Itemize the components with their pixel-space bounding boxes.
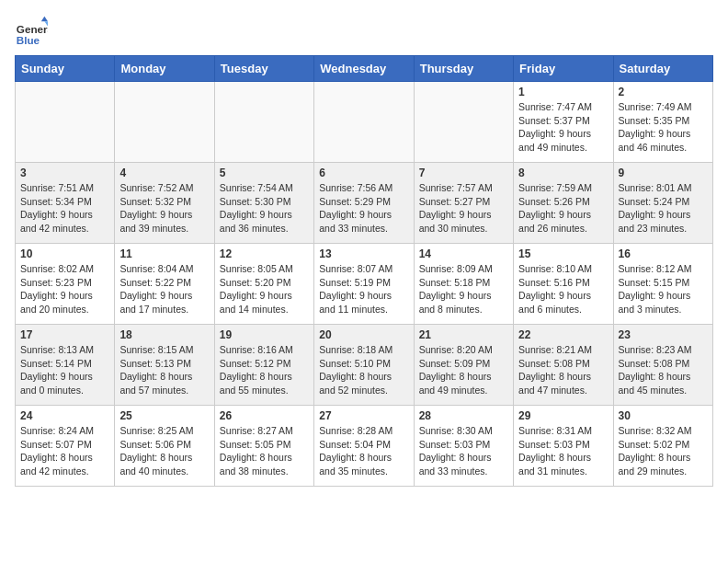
calendar-day-13: 13Sunrise: 8:07 AMSunset: 5:19 PMDayligh… — [314, 244, 414, 325]
day-number: 27 — [319, 409, 408, 422]
day-number: 21 — [419, 328, 508, 341]
day-number: 10 — [20, 247, 109, 260]
day-info: Sunrise: 8:15 AMSunset: 5:13 PMDaylight:… — [119, 343, 209, 397]
day-info: Sunrise: 7:57 AMSunset: 5:27 PMDaylight:… — [419, 181, 508, 236]
day-number: 29 — [518, 409, 608, 422]
day-number: 28 — [419, 409, 508, 422]
day-info: Sunrise: 8:09 AMSunset: 5:18 PMDaylight:… — [419, 262, 508, 316]
calendar-day-6: 6Sunrise: 7:56 AMSunset: 5:29 PMDaylight… — [314, 163, 414, 244]
weekday-header-monday: Monday — [115, 56, 214, 82]
day-info: Sunrise: 8:10 AMSunset: 5:16 PMDaylight:… — [518, 262, 608, 316]
calendar-day-18: 18Sunrise: 8:15 AMSunset: 5:13 PMDayligh… — [115, 325, 214, 406]
calendar-week-row: 3Sunrise: 7:51 AMSunset: 5:34 PMDaylight… — [16, 163, 713, 244]
calendar-day-22: 22Sunrise: 8:21 AMSunset: 5:08 PMDayligh… — [514, 325, 613, 406]
day-number: 18 — [119, 328, 209, 341]
weekday-header-thursday: Thursday — [414, 56, 513, 82]
day-info: Sunrise: 8:32 AMSunset: 5:02 PMDaylight:… — [619, 424, 708, 478]
day-number: 16 — [619, 247, 708, 260]
calendar-empty-cell — [314, 82, 414, 163]
day-info: Sunrise: 8:18 AMSunset: 5:10 PMDaylight:… — [319, 343, 408, 397]
day-number: 9 — [619, 167, 708, 179]
weekday-header-wednesday: Wednesday — [314, 56, 414, 82]
day-info: Sunrise: 8:27 AMSunset: 5:05 PMDaylight:… — [220, 424, 309, 478]
day-info: Sunrise: 8:31 AMSunset: 5:03 PMDaylight:… — [518, 424, 608, 478]
calendar-day-8: 8Sunrise: 7:59 AMSunset: 5:26 PMDaylight… — [514, 163, 613, 244]
calendar-day-21: 21Sunrise: 8:20 AMSunset: 5:09 PMDayligh… — [414, 325, 513, 406]
calendar-day-17: 17Sunrise: 8:13 AMSunset: 5:14 PMDayligh… — [16, 325, 115, 406]
weekday-header-tuesday: Tuesday — [214, 56, 313, 82]
calendar-empty-cell — [16, 82, 115, 163]
day-number: 25 — [119, 409, 209, 422]
svg-marker-2 — [41, 17, 48, 21]
calendar-day-5: 5Sunrise: 7:54 AMSunset: 5:30 PMDaylight… — [214, 163, 313, 244]
day-info: Sunrise: 8:21 AMSunset: 5:08 PMDaylight:… — [518, 343, 608, 397]
day-number: 1 — [518, 86, 608, 98]
calendar-day-15: 15Sunrise: 8:10 AMSunset: 5:16 PMDayligh… — [514, 244, 613, 325]
calendar-table: SundayMondayTuesdayWednesdayThursdayFrid… — [15, 55, 713, 487]
day-number: 24 — [20, 409, 109, 422]
day-info: Sunrise: 7:47 AMSunset: 5:37 PMDaylight:… — [518, 100, 608, 155]
day-number: 12 — [220, 247, 309, 260]
calendar-day-3: 3Sunrise: 7:51 AMSunset: 5:34 PMDaylight… — [16, 163, 115, 244]
calendar-day-10: 10Sunrise: 8:02 AMSunset: 5:23 PMDayligh… — [16, 244, 115, 325]
page-header: General Blue — [15, 15, 713, 48]
day-number: 2 — [619, 86, 708, 98]
calendar-day-20: 20Sunrise: 8:18 AMSunset: 5:10 PMDayligh… — [314, 325, 414, 406]
day-info: Sunrise: 8:28 AMSunset: 5:04 PMDaylight:… — [319, 424, 408, 478]
calendar-day-2: 2Sunrise: 7:49 AMSunset: 5:35 PMDaylight… — [613, 82, 712, 163]
day-info: Sunrise: 8:25 AMSunset: 5:06 PMDaylight:… — [119, 424, 209, 478]
day-info: Sunrise: 8:16 AMSunset: 5:12 PMDaylight:… — [220, 343, 309, 397]
calendar-day-19: 19Sunrise: 8:16 AMSunset: 5:12 PMDayligh… — [214, 325, 313, 406]
calendar-week-row: 24Sunrise: 8:24 AMSunset: 5:07 PMDayligh… — [16, 406, 713, 487]
day-info: Sunrise: 8:12 AMSunset: 5:15 PMDaylight:… — [619, 262, 708, 316]
day-number: 4 — [119, 167, 209, 179]
day-info: Sunrise: 8:04 AMSunset: 5:22 PMDaylight:… — [119, 262, 209, 316]
day-info: Sunrise: 8:01 AMSunset: 5:24 PMDaylight:… — [619, 181, 708, 236]
calendar-day-26: 26Sunrise: 8:27 AMSunset: 5:05 PMDayligh… — [214, 406, 313, 487]
calendar-empty-cell — [115, 82, 214, 163]
calendar-week-row: 1Sunrise: 7:47 AMSunset: 5:37 PMDaylight… — [16, 82, 713, 163]
calendar-day-7: 7Sunrise: 7:57 AMSunset: 5:27 PMDaylight… — [414, 163, 513, 244]
day-info: Sunrise: 8:13 AMSunset: 5:14 PMDaylight:… — [20, 343, 109, 397]
day-number: 20 — [319, 328, 408, 341]
calendar-day-1: 1Sunrise: 7:47 AMSunset: 5:37 PMDaylight… — [514, 82, 613, 163]
day-info: Sunrise: 8:30 AMSunset: 5:03 PMDaylight:… — [419, 424, 508, 478]
calendar-day-4: 4Sunrise: 7:52 AMSunset: 5:32 PMDaylight… — [115, 163, 214, 244]
day-number: 30 — [619, 409, 708, 422]
day-number: 3 — [20, 167, 109, 179]
day-info: Sunrise: 8:24 AMSunset: 5:07 PMDaylight:… — [20, 424, 109, 478]
day-info: Sunrise: 7:56 AMSunset: 5:29 PMDaylight:… — [319, 181, 408, 236]
calendar-day-14: 14Sunrise: 8:09 AMSunset: 5:18 PMDayligh… — [414, 244, 513, 325]
calendar-empty-cell — [414, 82, 513, 163]
calendar-day-30: 30Sunrise: 8:32 AMSunset: 5:02 PMDayligh… — [613, 406, 712, 487]
logo: General Blue — [15, 15, 48, 48]
calendar-day-24: 24Sunrise: 8:24 AMSunset: 5:07 PMDayligh… — [16, 406, 115, 487]
weekday-header-saturday: Saturday — [613, 56, 712, 82]
calendar-day-16: 16Sunrise: 8:12 AMSunset: 5:15 PMDayligh… — [613, 244, 712, 325]
day-number: 7 — [419, 167, 508, 179]
calendar-day-25: 25Sunrise: 8:25 AMSunset: 5:06 PMDayligh… — [115, 406, 214, 487]
logo-icon: General Blue — [15, 15, 48, 48]
day-number: 15 — [518, 247, 608, 260]
day-number: 26 — [220, 409, 309, 422]
day-number: 14 — [419, 247, 508, 260]
weekday-header-sunday: Sunday — [16, 56, 115, 82]
day-info: Sunrise: 7:52 AMSunset: 5:32 PMDaylight:… — [119, 181, 209, 236]
calendar-day-23: 23Sunrise: 8:23 AMSunset: 5:08 PMDayligh… — [613, 325, 712, 406]
calendar-day-28: 28Sunrise: 8:30 AMSunset: 5:03 PMDayligh… — [414, 406, 513, 487]
calendar-empty-cell — [214, 82, 313, 163]
calendar-week-row: 10Sunrise: 8:02 AMSunset: 5:23 PMDayligh… — [16, 244, 713, 325]
day-number: 17 — [20, 328, 109, 341]
day-info: Sunrise: 8:23 AMSunset: 5:08 PMDaylight:… — [619, 343, 708, 397]
svg-text:Blue: Blue — [17, 34, 40, 46]
calendar-week-row: 17Sunrise: 8:13 AMSunset: 5:14 PMDayligh… — [16, 325, 713, 406]
day-number: 5 — [220, 167, 309, 179]
day-info: Sunrise: 7:49 AMSunset: 5:35 PMDaylight:… — [619, 100, 708, 155]
day-number: 22 — [518, 328, 608, 341]
calendar-day-9: 9Sunrise: 8:01 AMSunset: 5:24 PMDaylight… — [613, 163, 712, 244]
weekday-header-friday: Friday — [514, 56, 613, 82]
weekday-header-row: SundayMondayTuesdayWednesdayThursdayFrid… — [16, 56, 713, 82]
day-info: Sunrise: 8:20 AMSunset: 5:09 PMDaylight:… — [419, 343, 508, 397]
calendar-day-29: 29Sunrise: 8:31 AMSunset: 5:03 PMDayligh… — [514, 406, 613, 487]
day-number: 11 — [119, 247, 209, 260]
